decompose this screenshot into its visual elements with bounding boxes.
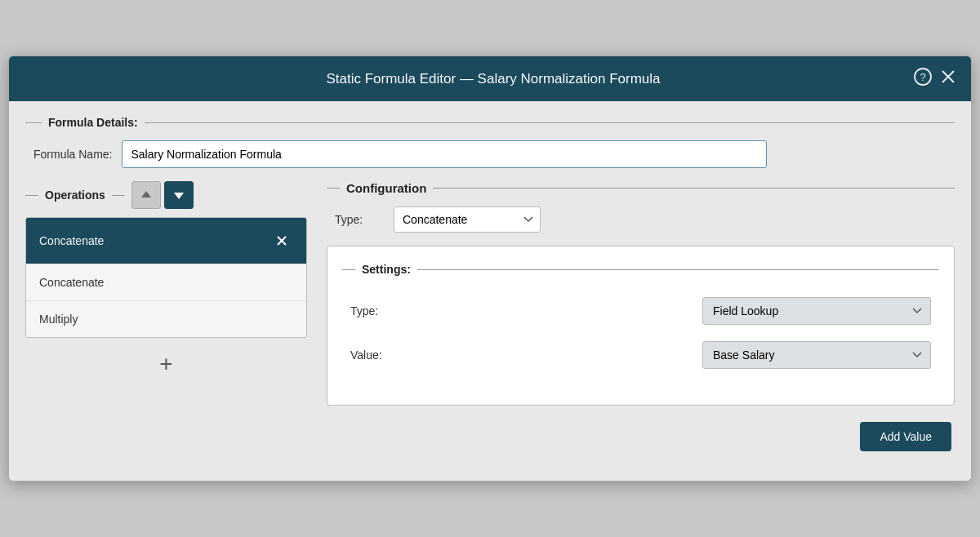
settings-title: Settings: — [362, 263, 411, 276]
formula-details-section: Formula Details: Formula Name: — [25, 116, 955, 168]
help-icon[interactable]: ? — [914, 68, 932, 90]
config-type-label: Type: — [335, 213, 384, 226]
operation-item-label: Multiply — [39, 313, 293, 326]
operations-header: Operations — [25, 181, 307, 209]
config-type-select[interactable]: Concatenate Multiply Add Subtract — [394, 206, 541, 233]
operations-buttons — [131, 181, 194, 209]
dialog-container: Static Formula Editor — Salary Normaliza… — [8, 55, 972, 482]
right-panel: Configuration Type: Concatenate Multiply… — [307, 181, 955, 464]
config-header: Configuration — [327, 181, 955, 195]
settings-value-select[interactable]: Base Salary Bonus Commission Overtime — [702, 341, 931, 369]
ops-line-mid — [112, 195, 125, 196]
delete-operation-button[interactable] — [270, 229, 293, 252]
add-operation-button[interactable]: + — [159, 353, 172, 375]
config-title: Configuration — [346, 181, 426, 195]
settings-value-row: Value: Base Salary Bonus Commission Over… — [342, 336, 939, 374]
header-line-right — [145, 122, 955, 123]
settings-value-label: Value: — [350, 348, 382, 362]
header-line-left — [25, 122, 42, 123]
dialog-title: Static Formula Editor — Salary Normaliza… — [73, 71, 914, 87]
config-line-left — [327, 188, 340, 189]
svg-text:?: ? — [920, 71, 925, 83]
operations-title: Operations — [45, 189, 105, 202]
settings-box: Settings: Type: Field Lookup Static Valu… — [327, 246, 955, 406]
close-icon[interactable] — [940, 69, 956, 89]
config-type-row: Type: Concatenate Multiply Add Subtract — [327, 206, 955, 233]
operation-item[interactable]: Concatenate — [26, 218, 306, 264]
dialog-body: Formula Details: Formula Name: Operation… — [9, 101, 971, 481]
formula-name-label: Formula Name: — [33, 148, 112, 161]
operations-list: Concatenate Concatenate — [25, 217, 307, 338]
main-content: Operations — [25, 181, 955, 464]
title-bar-actions: ? — [914, 68, 956, 90]
move-down-button[interactable] — [164, 181, 194, 209]
title-bar: Static Formula Editor — Salary Normaliza… — [9, 56, 971, 101]
operation-item[interactable]: Concatenate — [26, 264, 306, 301]
settings-line-left — [342, 269, 355, 270]
settings-type-row: Type: Field Lookup Static Value Formula — [342, 292, 939, 330]
settings-type-label: Type: — [350, 304, 378, 317]
footer-row: Add Value — [327, 422, 955, 451]
left-panel: Operations — [25, 181, 307, 464]
add-operation-row: + — [25, 346, 307, 382]
move-up-button[interactable] — [131, 181, 161, 209]
operation-item-label: Concatenate — [39, 234, 270, 247]
configuration-section: Configuration Type: Concatenate Multiply… — [327, 181, 955, 451]
ops-line-left — [25, 195, 38, 196]
operation-item-label: Concatenate — [39, 276, 293, 289]
formula-details-title: Formula Details: — [48, 116, 138, 129]
add-value-button[interactable]: Add Value — [860, 422, 951, 451]
settings-header: Settings: — [342, 263, 939, 276]
config-line-right — [433, 188, 955, 189]
operation-item[interactable]: Multiply — [26, 301, 306, 337]
formula-name-input[interactable] — [122, 140, 767, 168]
settings-line-right — [417, 269, 939, 270]
formula-details-header: Formula Details: — [25, 116, 955, 129]
settings-type-select[interactable]: Field Lookup Static Value Formula — [702, 297, 931, 325]
formula-name-row: Formula Name: — [25, 140, 955, 168]
